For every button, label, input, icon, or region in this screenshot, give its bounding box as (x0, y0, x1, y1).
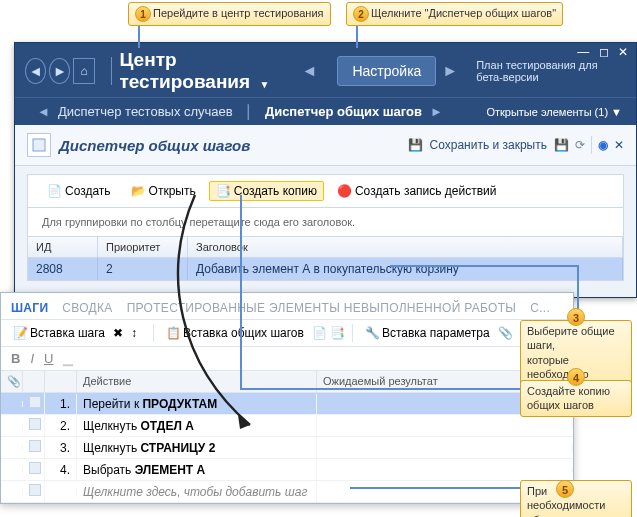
app-window: — ◻ ✕ ◄ ► ⌂ Центр тестирования ▼ ◄ Настр… (14, 42, 637, 298)
step-action: Щелкнуть СТРАНИЦУ 2 (77, 438, 317, 458)
grid: ИД Приоритет Заголовок 2808 2 Добавить э… (27, 237, 624, 281)
save-close-button[interactable]: Сохранить и закрыть (430, 138, 547, 152)
create-copy-button[interactable]: 📑Создать копию (209, 181, 324, 201)
close-icon[interactable]: ✕ (618, 45, 628, 59)
chevron-left-icon[interactable]: ◄ (37, 104, 50, 119)
crumb-test-case-manager[interactable]: Диспетчер тестовых случаев (58, 104, 233, 119)
tab-tested[interactable]: ПРОТЕСТИРОВАННЫЕ ЭЛЕМЕНТЫ НЕВЫПОЛНЕННОЙ … (127, 301, 517, 315)
save-icon-2[interactable]: 💾 (553, 137, 569, 153)
create-button[interactable]: 📄Создать (40, 181, 118, 201)
delete-step-icon[interactable]: ✖ (113, 326, 127, 340)
help-icon[interactable]: ◉ (598, 138, 608, 152)
forward-button[interactable]: ► (49, 58, 70, 84)
step-row[interactable]: 2. Щелкнуть ОТДЕЛ А (1, 415, 573, 437)
step-num: 1. (45, 394, 77, 414)
insert-param-button[interactable]: 🔧Вставка параметра (361, 324, 494, 342)
step-action: Щелкнуть ОТДЕЛ А (77, 416, 317, 436)
window-controls: — ◻ ✕ (571, 45, 628, 59)
action-icon-2[interactable]: 📑 (330, 326, 344, 340)
svg-rect-0 (33, 139, 45, 151)
step-row-new[interactable]: Щелкните здесь, чтобы добавить шаг (1, 481, 573, 503)
step-icon (29, 484, 41, 496)
step-row[interactable]: 4. Выбрать ЭЛЕМЕНТ А (1, 459, 573, 481)
col-title[interactable]: Заголовок (188, 237, 623, 257)
steps-toolbar: 📝Вставка шага ✖ ↕ 📋Вставка общих шагов 📄… (1, 320, 573, 347)
insert-shared-button[interactable]: 📋Вставка общих шагов (162, 324, 308, 342)
step-type (23, 459, 45, 480)
minimize-icon[interactable]: — (577, 45, 589, 59)
group-hint: Для группировки по столбцу перетащите сю… (27, 208, 624, 237)
steps-tabs: ШАГИ СВОДКА ПРОТЕСТИРОВАННЫЕ ЭЛЕМЕНТЫ НЕ… (1, 293, 573, 320)
step-expected (317, 423, 573, 429)
insert-param-label: Вставка параметра (382, 326, 490, 340)
step-icon (29, 462, 41, 474)
maximize-icon[interactable]: ◻ (599, 45, 609, 59)
close-pane-icon[interactable]: ✕ (614, 138, 624, 152)
divider: │ (245, 104, 253, 119)
refresh-icon[interactable]: ⟳ (575, 138, 585, 152)
chevron-right-icon[interactable]: ► (430, 104, 443, 119)
step-num (45, 489, 77, 495)
attach-icon[interactable]: 📎 (498, 326, 512, 340)
col-id[interactable]: ИД (28, 237, 98, 257)
badge-4: 4 (567, 368, 585, 386)
col-type-icon (23, 371, 45, 392)
pane-header: Диспетчер общих шагов 💾 Сохранить и закр… (15, 125, 636, 166)
copy-icon: 📑 (216, 184, 230, 198)
step-action-bold: ОТДЕЛ А (141, 419, 194, 433)
tab-test-plan[interactable]: План тестирования для бета-версии (476, 59, 626, 83)
tab-settings[interactable]: Настройка (337, 56, 436, 86)
open-icon: 📂 (131, 184, 145, 198)
app-title[interactable]: Центр тестирования ▼ (120, 49, 290, 93)
step-num: 4. (45, 460, 77, 480)
open-button[interactable]: 📂Открыть (124, 181, 203, 201)
tab-links[interactable]: С... (530, 301, 550, 315)
callout-line-3h (390, 265, 578, 267)
app-title-text: Центр тестирования (120, 49, 251, 92)
crumb-shared-steps-manager[interactable]: Диспетчер общих шагов (265, 104, 422, 119)
save-icon[interactable]: 💾 (408, 137, 424, 153)
home-button[interactable]: ⌂ (73, 58, 94, 84)
underline-button[interactable]: U (44, 351, 53, 366)
subnav: ◄ Диспетчер тестовых случаев │ Диспетчер… (15, 97, 636, 125)
callout-line-3v (577, 265, 579, 310)
tab-steps[interactable]: ШАГИ (11, 301, 48, 315)
tab-summary[interactable]: СВОДКА (62, 301, 112, 315)
step-icon (29, 440, 41, 452)
step-row[interactable]: 3. Щелкнуть СТРАНИЦУ 2 (1, 437, 573, 459)
toolbar: 📄Создать 📂Открыть 📑Создать копию 🔴Создат… (27, 174, 624, 208)
open-items[interactable]: Открытые элементы (1) ▼ (486, 106, 622, 118)
back-button[interactable]: ◄ (25, 58, 46, 84)
callout-5-line2: обновите шаги (527, 513, 625, 517)
step-attach (1, 467, 23, 473)
action-icon-1[interactable]: 📄 (312, 326, 326, 340)
step-action: Выбрать ЭЛЕМЕНТ А (77, 460, 317, 480)
pane-title: Диспетчер общих шагов (59, 137, 250, 154)
move-up-icon[interactable]: ↕ (131, 326, 145, 340)
step-action-bold: ЭЛЕМЕНТ А (135, 463, 206, 477)
step-action-pre: Выбрать (83, 463, 135, 477)
pane-actions: 💾 Сохранить и закрыть 💾 ⟳ ◉ ✕ (408, 136, 624, 154)
step-attach (1, 423, 23, 429)
col-priority[interactable]: Приоритет (98, 237, 188, 257)
col-num (45, 371, 77, 392)
step-type (23, 481, 45, 502)
chevron-down-icon: ▼ (259, 79, 269, 90)
insert-step-button[interactable]: 📝Вставка шага (9, 324, 109, 342)
step-type (23, 415, 45, 436)
cell-priority: 2 (98, 258, 188, 280)
font-color-button[interactable]: ▁ (63, 351, 73, 366)
bold-button[interactable]: B (11, 351, 20, 366)
italic-button[interactable]: I (30, 351, 34, 366)
step-row[interactable]: 1. Перейти к ПРОДУКТАМ (1, 393, 573, 415)
separator (153, 324, 154, 342)
callout-5: При необходимости обновите шаги (520, 480, 632, 517)
separator (352, 324, 353, 342)
chevron-right-icon: ► (442, 62, 458, 80)
record-button[interactable]: 🔴Создать запись действий (330, 181, 504, 201)
grid-row[interactable]: 2808 2 Добавить элемент А в покупательск… (28, 258, 623, 280)
insert-step-icon: 📝 (13, 326, 27, 340)
step-type (23, 393, 45, 414)
step-num: 3. (45, 438, 77, 458)
grid-header: ИД Приоритет Заголовок (28, 237, 623, 258)
